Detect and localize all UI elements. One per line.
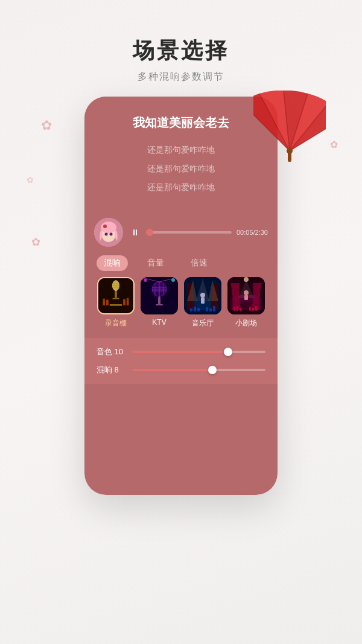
svg-rect-46 — [190, 308, 192, 311]
svg-rect-61 — [249, 307, 251, 311]
svg-point-44 — [200, 293, 205, 298]
reverb-row: 混响 8 — [97, 365, 265, 375]
scene-music-hall-thumb — [184, 277, 221, 314]
svg-rect-22 — [103, 301, 105, 305]
svg-rect-36 — [158, 296, 160, 305]
reverb-thumb — [208, 366, 217, 374]
progress-bar[interactable] — [146, 231, 232, 234]
svg-point-41 — [171, 278, 175, 282]
scene-recording-label: 录音棚 — [105, 318, 127, 328]
time-display: 00:05/2:30 — [237, 229, 268, 236]
progress-thumb — [146, 229, 153, 236]
scene-theater[interactable]: 小剧场 — [227, 277, 265, 328]
lyrics-sub-lines: 还是那句爱咋咋地 还是那句爱咋咋地 还是那句爱咋咋地 — [97, 141, 265, 196]
tab-speed[interactable]: 倍速 — [183, 255, 215, 271]
svg-rect-21 — [110, 304, 122, 306]
svg-rect-63 — [255, 306, 257, 311]
svg-rect-62 — [252, 308, 254, 311]
tab-bar: 混响 音量 倍速 — [84, 247, 278, 277]
scene-music-hall[interactable]: 音乐厅 — [184, 277, 221, 328]
svg-rect-37 — [156, 304, 163, 305]
scenes-area: 录音棚 — [84, 277, 278, 338]
svg-rect-24 — [106, 300, 109, 305]
svg-point-11 — [103, 225, 107, 228]
playback-row: ⏸ 00:05/2:30 — [129, 226, 268, 238]
reverb-slider[interactable] — [133, 369, 265, 371]
svg-rect-60 — [240, 308, 241, 311]
svg-rect-45 — [201, 298, 205, 304]
lyrics-line-2: 还是那句爱咋咋地 — [97, 159, 265, 178]
svg-point-13 — [110, 233, 113, 236]
svg-rect-59 — [237, 306, 238, 311]
page-subtitle: 多种混响参数调节 — [0, 71, 362, 83]
pause-button[interactable]: ⏸ — [129, 226, 141, 238]
svg-rect-50 — [209, 308, 212, 311]
svg-rect-51 — [213, 306, 215, 311]
svg-rect-57 — [244, 295, 248, 300]
tab-reverb[interactable]: 混响 — [97, 255, 128, 271]
svg-point-10 — [101, 222, 116, 234]
svg-rect-58 — [233, 307, 235, 311]
svg-rect-49 — [206, 307, 208, 311]
player-progress-area: ⏸ 00:05/2:30 — [129, 226, 268, 238]
sakura-decoration-4: ✿ — [27, 175, 34, 185]
svg-rect-48 — [197, 308, 200, 311]
lyrics-main-line: 我知道美丽会老去 — [97, 115, 265, 131]
eq-area: 音色 10 混响 8 — [84, 338, 278, 384]
phone-screen: 我知道美丽会老去 还是那句爱咋咋地 还是那句爱咋咋地 还是那句爱咋咋地 — [84, 97, 278, 495]
svg-rect-47 — [194, 307, 196, 311]
reverb-fill — [133, 369, 212, 371]
scene-theater-label: 小剧场 — [235, 318, 257, 328]
tone-label: 音色 10 — [97, 346, 127, 357]
scene-ktv-thumb — [141, 277, 178, 314]
scene-recording-studio[interactable]: 录音棚 — [97, 277, 135, 328]
reverb-label: 混响 8 — [97, 365, 127, 375]
sakura-decoration-2: ✿ — [330, 139, 338, 150]
scene-ktv[interactable]: KTV — [141, 277, 178, 328]
scene-theater-thumb — [227, 277, 265, 314]
svg-point-55 — [244, 277, 249, 282]
scene-music-hall-label: 音乐厅 — [192, 318, 214, 328]
tone-fill — [133, 351, 228, 353]
lyrics-line-3: 还是那句爱咋咋地 — [97, 178, 265, 197]
tone-thumb — [224, 348, 232, 356]
lyrics-area: 我知道美丽会老去 还是那句爱咋咋地 还是那句爱咋咋地 还是那句爱咋咋地 — [84, 97, 278, 208]
svg-point-12 — [105, 233, 108, 236]
fan-decoration — [253, 91, 326, 163]
player-controls-area: ⏸ 00:05/2:30 — [84, 208, 278, 247]
tone-slider[interactable] — [133, 351, 265, 353]
sakura-decoration-1: ✿ — [41, 118, 52, 133]
player-avatar — [94, 218, 123, 247]
scene-ktv-label: KTV — [152, 318, 166, 327]
tab-volume[interactable]: 音量 — [140, 255, 171, 271]
svg-point-56 — [244, 290, 249, 295]
phone-frame: 我知道美丽会老去 还是那句爱咋咋地 还是那句爱咋咋地 还是那句爱咋咋地 — [84, 97, 278, 495]
svg-rect-20 — [112, 298, 119, 299]
svg-rect-25 — [127, 301, 129, 305]
page-title: 场景选择 — [0, 36, 362, 66]
lyrics-line-1: 还是那句爱咋咋地 — [97, 141, 265, 159]
sakura-decoration-3: ✿ — [31, 235, 40, 249]
tone-row: 音色 10 — [97, 346, 265, 357]
svg-rect-26 — [127, 298, 129, 301]
page-header: 场景选择 多种混响参数调节 — [0, 0, 362, 89]
svg-rect-27 — [123, 299, 125, 305]
svg-rect-23 — [103, 299, 105, 301]
scene-recording-thumb — [97, 277, 135, 314]
svg-point-40 — [144, 278, 147, 282]
svg-point-7 — [287, 148, 293, 154]
